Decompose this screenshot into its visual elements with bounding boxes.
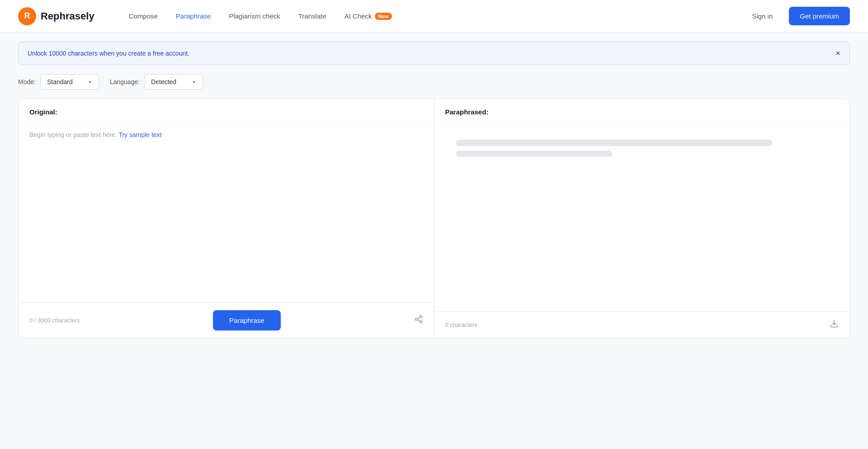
language-select[interactable]: Detected ▼ — [144, 74, 203, 90]
nav-item-translate[interactable]: Translate — [291, 9, 334, 24]
nav-item-compose[interactable]: Compose — [122, 9, 165, 24]
share-icon[interactable] — [414, 315, 423, 326]
footer-center: Paraphrase — [80, 310, 414, 331]
mode-select[interactable]: Standard ▼ — [40, 74, 99, 90]
logo-icon: R — [18, 7, 36, 25]
svg-line-3 — [417, 320, 420, 321]
header: R Rephrasely Compose Paraphrase Plagiari… — [0, 0, 868, 33]
paraphrased-label: Paraphrased: — [445, 108, 489, 116]
paraphrased-panel-header: Paraphrased: — [434, 99, 850, 122]
paraphrase-button[interactable]: Paraphrase — [213, 310, 281, 331]
original-panel-body[interactable]: Begin typing or paste text here. Try sam… — [19, 122, 434, 302]
header-right: Sign in Get premium — [745, 7, 850, 25]
logo-text: Rephrasely — [41, 10, 94, 22]
paraphrased-panel-body — [434, 122, 850, 312]
paraphrased-char-count: 0 characters — [445, 321, 478, 328]
new-badge: New — [375, 13, 392, 20]
editor-container: Original: Begin typing or paste text her… — [18, 99, 850, 338]
main-content: Mode: Standard ▼ Language: Detected ▼ Or… — [0, 74, 868, 356]
paraphrased-panel: Paraphrased: 0 characters — [434, 99, 850, 338]
nav-item-ai-check[interactable]: AI Check New — [337, 9, 399, 24]
mode-select-arrow: ▼ — [88, 80, 92, 85]
mode-control: Mode: Standard ▼ — [18, 74, 99, 90]
language-control: Language: Detected ▼ — [110, 74, 203, 90]
original-panel-footer: 0 / 3000 characters Paraphrase — [19, 302, 434, 338]
mode-label: Mode: — [18, 78, 36, 85]
nav-item-plagiarism[interactable]: Plagiarism check — [222, 9, 287, 24]
original-char-count: 0 / 3000 characters — [29, 317, 80, 324]
original-placeholder: Begin typing or paste text here. Try sam… — [29, 131, 162, 138]
banner-text: Unlock 10000 characters when you create … — [28, 50, 189, 57]
download-icon[interactable] — [830, 319, 839, 331]
original-panel-header: Original: — [19, 99, 434, 122]
paraphrased-panel-footer: 0 characters — [434, 312, 850, 338]
banner-close-button[interactable]: × — [835, 49, 840, 57]
loading-bar-short — [456, 151, 612, 157]
original-panel: Original: Begin typing or paste text her… — [19, 99, 434, 338]
loading-bars — [445, 131, 839, 170]
get-premium-button[interactable]: Get premium — [789, 7, 850, 25]
unlock-banner: Unlock 10000 characters when you create … — [18, 42, 850, 65]
sign-in-link[interactable]: Sign in — [745, 9, 780, 24]
try-sample-link[interactable]: Try sample text — [118, 131, 161, 138]
main-nav: Compose Paraphrase Plagiarism check Tran… — [122, 9, 745, 24]
logo-area[interactable]: R Rephrasely — [18, 7, 94, 25]
mode-value: Standard — [47, 78, 73, 85]
loading-bar-long — [456, 140, 772, 146]
language-select-arrow: ▼ — [192, 80, 196, 85]
nav-item-paraphrase[interactable]: Paraphrase — [169, 9, 218, 24]
language-value: Detected — [151, 78, 176, 85]
language-label: Language: — [110, 78, 140, 85]
original-label: Original: — [29, 108, 57, 116]
svg-line-4 — [417, 317, 420, 318]
controls-row: Mode: Standard ▼ Language: Detected ▼ — [18, 74, 850, 90]
